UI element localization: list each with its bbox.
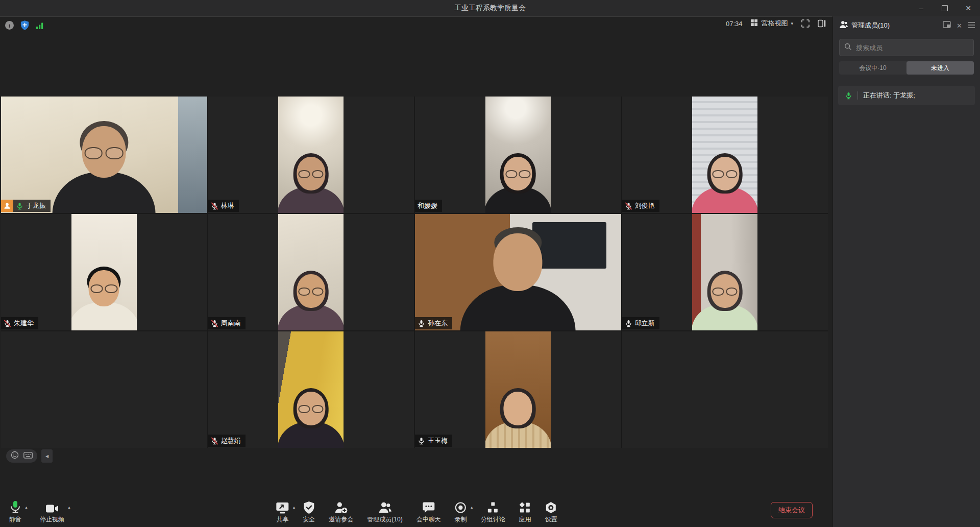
participant-name-tag: 刘俊艳 bbox=[622, 200, 659, 212]
lens bbox=[726, 288, 738, 296]
face bbox=[494, 233, 543, 291]
record-button[interactable]: 录制▲ bbox=[455, 500, 467, 524]
mic-status-icon-on bbox=[418, 437, 425, 445]
face bbox=[504, 392, 532, 425]
meeting-window: 工业工程系教学质量会 – ✕ i 07:34 宫格视图 ▾ bbox=[0, 0, 980, 527]
mute-button-options[interactable]: ▲ bbox=[24, 506, 28, 509]
layout-view-button[interactable]: 宫格视图 ▾ bbox=[750, 19, 793, 28]
participant-name: 林琳 bbox=[221, 201, 234, 210]
participant-name-tag: 孙在东 bbox=[415, 317, 452, 329]
manage-members-button[interactable]: 管理成员(10) bbox=[367, 500, 402, 524]
end-meeting-button[interactable]: 结束会议 bbox=[771, 502, 813, 518]
stop-video-button[interactable]: 停止视频▲ bbox=[40, 500, 64, 524]
network-signal-icon[interactable] bbox=[36, 21, 44, 30]
security-shield-icon[interactable] bbox=[20, 20, 29, 30]
face bbox=[297, 274, 325, 308]
tool-label: 分组讨论 bbox=[481, 515, 505, 524]
person-silhouette bbox=[485, 388, 551, 448]
video-tile[interactable]: 于龙振 bbox=[1, 97, 207, 213]
bottom-toolbar: 静音▲停止视频▲ 共享▲安全邀请参会管理成员(10)会中聊天录制▲分组讨论应用设… bbox=[0, 498, 833, 527]
glasses bbox=[85, 147, 124, 159]
video-tile[interactable]: 王玉梅 bbox=[415, 331, 621, 448]
video-tile[interactable]: 和媛媛 bbox=[415, 97, 621, 213]
sidebar-actions: ✕ bbox=[943, 21, 975, 30]
participant-name: 王玉梅 bbox=[428, 436, 448, 445]
participant-video bbox=[71, 214, 137, 330]
glasses bbox=[713, 170, 738, 178]
invite-button[interactable]: 邀请参会 bbox=[329, 500, 353, 524]
participant-name-tag: 赵慧娟 bbox=[208, 435, 246, 447]
empty-grid-cell bbox=[622, 331, 828, 448]
lens bbox=[312, 288, 324, 296]
torso bbox=[71, 302, 137, 330]
video-tile[interactable]: 朱建华 bbox=[1, 214, 207, 330]
person-add-icon bbox=[334, 500, 348, 514]
record-button-options[interactable]: ▲ bbox=[470, 506, 474, 509]
lens bbox=[312, 170, 324, 178]
torso bbox=[460, 285, 576, 330]
record-icon bbox=[455, 500, 467, 514]
participant-video bbox=[692, 214, 757, 330]
tool-label: 会中聊天 bbox=[416, 515, 441, 524]
lens bbox=[519, 170, 530, 178]
mic-status-icon-muted bbox=[4, 320, 11, 327]
settings-button[interactable]: 设置 bbox=[545, 500, 557, 524]
emoji-icon[interactable] bbox=[11, 451, 19, 461]
menu-icon[interactable] bbox=[968, 21, 975, 30]
collapse-left-icon[interactable]: ◀ bbox=[41, 449, 53, 463]
lens bbox=[312, 405, 324, 413]
share-button[interactable]: 共享▲ bbox=[276, 500, 289, 524]
lens bbox=[713, 288, 724, 296]
maximize-button[interactable] bbox=[933, 0, 957, 16]
participant-name-tag: 周南南 bbox=[208, 317, 246, 329]
mute-button[interactable]: 静音▲ bbox=[9, 500, 21, 524]
status-bar-right: 07:34 宫格视图 ▾ bbox=[726, 19, 826, 28]
apps-icon bbox=[519, 500, 531, 514]
face bbox=[297, 392, 325, 425]
close-button[interactable]: ✕ bbox=[957, 0, 980, 16]
participant-name: 于龙振 bbox=[26, 201, 46, 210]
chat-button[interactable]: 会中聊天 bbox=[416, 500, 441, 524]
host-badge bbox=[1, 200, 13, 212]
video-tile[interactable]: 周南南 bbox=[208, 214, 414, 330]
sidebar-title: 管理成员(10) bbox=[851, 21, 890, 30]
mic-status-icon-muted bbox=[211, 202, 218, 210]
face bbox=[710, 274, 739, 308]
quick-controls: ◀ bbox=[6, 449, 53, 463]
participant-video bbox=[278, 97, 344, 213]
side-panel-toggle-button[interactable] bbox=[818, 19, 826, 28]
participant-name-tag: 朱建华 bbox=[1, 317, 38, 329]
torso bbox=[53, 172, 156, 213]
popout-panel-icon[interactable] bbox=[943, 21, 951, 30]
video-tile[interactable]: 孙在东 bbox=[415, 214, 621, 330]
breakout-button[interactable]: 分组讨论 bbox=[481, 500, 505, 524]
video-tile[interactable]: 邱立新 bbox=[622, 214, 828, 330]
speaking-mic-icon bbox=[845, 92, 852, 100]
bookshelf-accent bbox=[178, 97, 207, 213]
security-button[interactable]: 安全 bbox=[303, 500, 315, 524]
share-screen-icon bbox=[276, 500, 289, 514]
search-input[interactable] bbox=[855, 43, 969, 52]
stop-video-button-options[interactable]: ▲ bbox=[67, 506, 71, 509]
participant-video bbox=[485, 331, 551, 448]
caption-icon[interactable] bbox=[23, 451, 33, 461]
close-panel-icon[interactable]: ✕ bbox=[957, 22, 962, 30]
status-bar-left: i bbox=[5, 20, 44, 30]
lens bbox=[90, 284, 103, 293]
mic-status-icon-speaking bbox=[16, 202, 23, 210]
video-tile[interactable]: 林琳 bbox=[208, 97, 414, 213]
person-silhouette bbox=[458, 227, 578, 330]
video-tile[interactable]: 赵慧娟 bbox=[208, 331, 414, 448]
lens bbox=[299, 170, 310, 178]
fullscreen-button[interactable] bbox=[801, 19, 810, 28]
tab-in-meeting[interactable]: 会议中·10 bbox=[839, 61, 906, 75]
settings-icon bbox=[545, 500, 557, 514]
minimize-button[interactable]: – bbox=[910, 0, 933, 16]
share-button-options[interactable]: ▲ bbox=[292, 506, 296, 509]
tab-not-joined[interactable]: 未进入 bbox=[906, 61, 974, 75]
tool-label: 管理成员(10) bbox=[367, 515, 402, 524]
video-tile[interactable]: 刘俊艳 bbox=[622, 97, 828, 213]
info-icon[interactable]: i bbox=[5, 21, 14, 30]
apps-button[interactable]: 应用 bbox=[519, 500, 531, 524]
glasses bbox=[299, 288, 324, 296]
